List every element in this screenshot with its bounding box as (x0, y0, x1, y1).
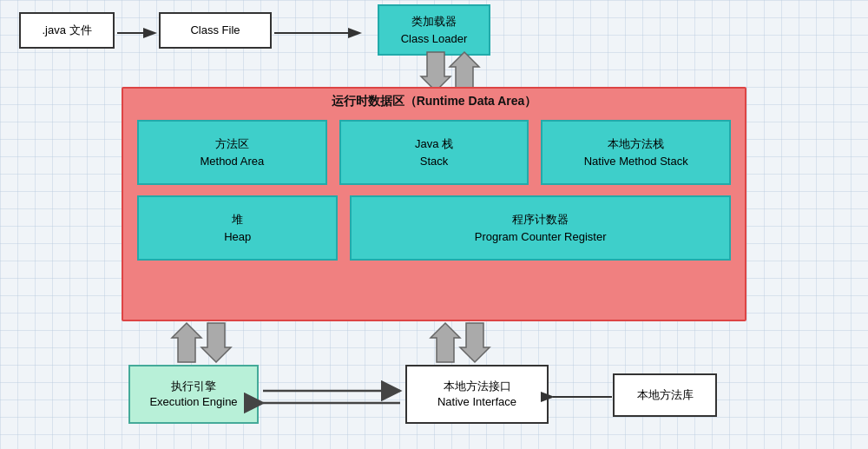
method-area-label1: 方法区 (215, 135, 249, 153)
program-counter-label2: Program Counter Register (475, 228, 607, 246)
class-file-label: Class File (190, 23, 240, 36)
svg-marker-6 (431, 323, 460, 362)
heap-label1: 堆 (232, 211, 243, 228)
native-method-stack-label1: 本地方法栈 (608, 135, 664, 153)
arrow-up-exec-left (174, 323, 200, 366)
runtime-inner: 方法区 Method Area Java 栈 Stack 本地方法栈 Nativ… (123, 113, 745, 271)
program-counter-box: 程序计数器 Program Counter Register (350, 195, 731, 261)
class-loader-box: 类加载器 Class Loader (378, 4, 490, 56)
program-counter-label1: 程序计数器 (512, 211, 569, 228)
native-interface-box: 本地方法接口 Native Interface (405, 365, 549, 424)
runtime-area: 运行时数据区（Runtime Data Area） 方法区 Method Are… (122, 87, 746, 321)
native-interface-label1: 本地方法接口 (416, 379, 538, 394)
arrow-down-exec-left (203, 323, 229, 366)
svg-marker-4 (172, 323, 201, 362)
runtime-label: 运行时数据区（Runtime Data Area） (123, 89, 745, 113)
diagram-container: .java 文件 Class File 类加载器 Cla (0, 0, 868, 449)
arrow-java-to-classfile (115, 24, 159, 45)
execution-engine-label1: 执行引擎 (139, 379, 248, 394)
class-loader-label1: 类加载器 (395, 13, 473, 30)
heap-label2: Heap (224, 228, 251, 246)
heap-box: 堆 Heap (137, 195, 338, 261)
execution-engine-label2: Execution Engine (139, 394, 248, 410)
svg-marker-7 (460, 323, 490, 362)
class-loader-label2: Class Loader (395, 30, 473, 48)
runtime-row-2: 堆 Heap 程序计数器 Program Counter Register (137, 195, 731, 261)
execution-engine-box: 执行引擎 Execution Engine (128, 365, 259, 424)
native-library-label: 本地方法库 (637, 388, 694, 401)
arrow-down-native-right (462, 323, 488, 366)
arrow-up-native-right (432, 323, 458, 366)
arrow-classfile-to-loader (273, 24, 364, 45)
native-interface-label2: Native Interface (416, 394, 538, 410)
svg-marker-3 (450, 52, 479, 91)
java-file-box: .java 文件 (19, 12, 115, 49)
native-method-stack-box: 本地方法栈 Native Method Stack (541, 120, 731, 185)
java-stack-label1: Java 栈 (415, 135, 453, 153)
java-stack-label2: Stack (420, 153, 449, 170)
native-method-stack-label2: Native Method Stack (584, 153, 688, 170)
arrow-native-to-lib (549, 388, 614, 409)
svg-marker-2 (421, 52, 450, 91)
class-file-box: Class File (159, 12, 272, 49)
runtime-row-1: 方法区 Method Area Java 栈 Stack 本地方法栈 Nativ… (137, 120, 731, 185)
method-area-box: 方法区 Method Area (137, 120, 327, 185)
native-library-box: 本地方法库 (613, 373, 717, 417)
method-area-label2: Method Area (200, 153, 264, 170)
arrow-exec-to-native (259, 375, 406, 422)
svg-marker-5 (201, 323, 231, 362)
java-stack-box: Java 栈 Stack (339, 120, 529, 185)
java-file-label: .java 文件 (42, 23, 91, 36)
